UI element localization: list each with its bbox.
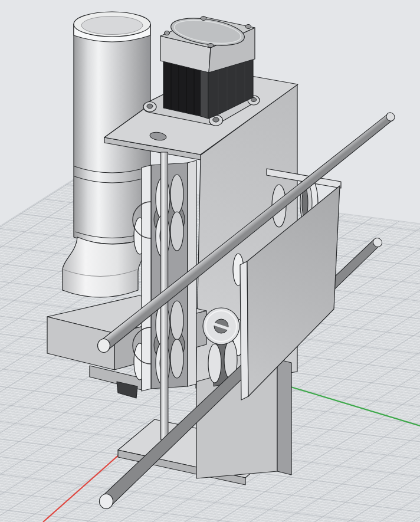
- rod-end-cap: [100, 494, 113, 509]
- gear-motor[interactable]: [63, 12, 150, 297]
- stepper-black-left-face: [163, 61, 201, 116]
- motor-top-inner-face: [81, 17, 143, 35]
- roller[interactable]: [208, 344, 221, 383]
- washer-roller[interactable]: [203, 308, 239, 344]
- rod-end-cap: [98, 339, 110, 353]
- stepper-chamfer: [201, 70, 208, 119]
- cad-viewport[interactable]: [0, 0, 420, 522]
- left-stack-front-plate: [142, 165, 151, 391]
- viewport-canvas[interactable]: [0, 0, 420, 522]
